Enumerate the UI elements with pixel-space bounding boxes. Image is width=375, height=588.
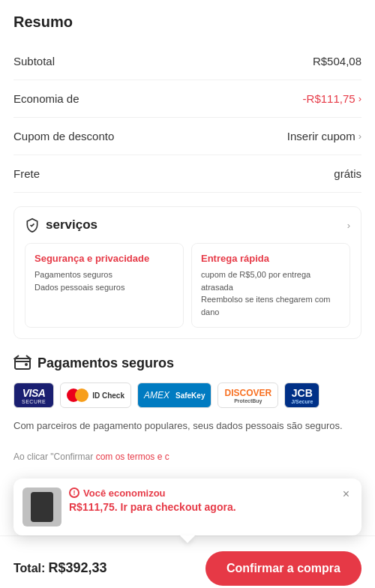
service-card-security-title: Segurança e privacidade <box>34 253 174 264</box>
economy-chevron-icon: › <box>358 93 362 104</box>
services-cards: Segurança e privacidade Pagamentos segur… <box>25 243 350 328</box>
safekey-label: SafeKey <box>176 392 205 400</box>
discover-badge: DISCOVER ProtectBuy <box>218 382 278 408</box>
total-container: Total: R$392,33 <box>14 560 107 576</box>
services-header-left: serviços <box>25 218 98 232</box>
svg-rect-0 <box>15 358 30 369</box>
subtotal-value: R$504,08 <box>313 55 362 68</box>
shipping-value: grátis <box>334 167 362 180</box>
amex-badge: AMEX SafeKey <box>137 382 212 408</box>
speaker-body <box>31 492 53 522</box>
confirm-purchase-button[interactable]: Confirmar a compra <box>206 551 362 586</box>
subtotal-label: Subtotal <box>14 55 55 68</box>
shipping-row: Frete grátis <box>14 155 362 193</box>
mastercard-circles <box>67 388 88 402</box>
total-label: Total: <box>14 562 45 574</box>
toast-product-image <box>22 488 62 526</box>
mastercard-badge: ID Check <box>60 382 131 408</box>
service-card-delivery[interactable]: Entrega rápida cupom de R$5,00 por entre… <box>191 243 350 328</box>
subtotal-row: Subtotal R$504,08 <box>14 43 362 80</box>
service-card-delivery-title: Entrega rápida <box>201 253 340 264</box>
economy-label: Economia de <box>14 92 80 105</box>
service-card-delivery-text: cupom de R$5,00 por entrega atrasada Ree… <box>201 268 340 318</box>
coupon-chevron-icon: › <box>358 130 362 142</box>
payments-description: Com parceiros de pagamento populares, se… <box>14 418 362 434</box>
shield-icon <box>25 218 40 232</box>
toast-title: ! Você economizou <box>69 488 332 499</box>
toast-body[interactable]: R$111,75. Ir para checkout agora. <box>69 500 332 515</box>
jcb-badge: JCB J/Secure <box>284 382 320 408</box>
page-title: Resumo <box>14 14 362 31</box>
terms-section: Ao clicar "Confirmar com os termos e c <box>0 442 375 471</box>
services-header[interactable]: serviços › <box>25 218 350 232</box>
payment-logos: VISA SECURE ID Check AMEX SafeKey DISCOV… <box>14 382 362 408</box>
amex-icon: AMEX <box>144 390 170 400</box>
coupon-label: Cupom de desconto <box>14 130 114 142</box>
discover-text: DISCOVER ProtectBuy <box>224 388 272 404</box>
services-chevron-icon: › <box>347 220 350 231</box>
coupon-row[interactable]: Cupom de desconto Inserir cupom › <box>14 118 362 155</box>
toast-arrow <box>180 536 195 543</box>
jcb-text: JCB J/Secure <box>291 387 313 404</box>
services-title: serviços <box>46 218 98 232</box>
payments-title: Pagamentos seguros <box>14 354 362 372</box>
total-value: R$392,33 <box>49 560 107 575</box>
payments-section: Pagamentos seguros VISA SECURE ID Check … <box>0 354 375 434</box>
service-card-security[interactable]: Segurança e privacidade Pagamentos segur… <box>25 243 184 328</box>
mc-circle-right <box>75 388 88 402</box>
terms-prefix: Ao clicar "Confirmar <box>14 452 93 462</box>
services-section: serviços › Segurança e privacidade Pagam… <box>14 206 362 339</box>
alert-icon: ! <box>69 488 80 498</box>
visa-badge: VISA SECURE <box>14 382 54 408</box>
footer: Total: R$392,33 Confirmar a compra <box>0 536 375 589</box>
terms-link[interactable]: com os termos e c <box>96 452 170 462</box>
toast-notification: ! Você economizou R$111,75. Ir para chec… <box>14 478 362 536</box>
coupon-value[interactable]: Inserir cupom › <box>287 130 362 142</box>
economy-row[interactable]: Economia de -R$111,75 › <box>14 80 362 118</box>
wallet-icon <box>14 354 32 372</box>
toast-content: ! Você economizou R$111,75. Ir para chec… <box>69 488 332 515</box>
service-card-security-text: Pagamentos seguros Dados pessoais seguro… <box>34 268 174 293</box>
id-check-label: ID Check <box>92 392 124 400</box>
economy-value[interactable]: -R$111,75 › <box>303 92 362 105</box>
toast-close-button[interactable]: × <box>340 488 352 501</box>
shipping-label: Frete <box>14 167 40 180</box>
